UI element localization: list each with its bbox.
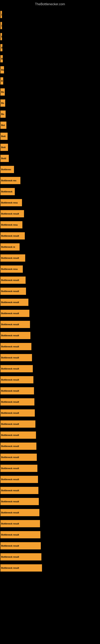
bar-row: Bottleneck result <box>0 418 100 429</box>
bar-row: Bottleneck result <box>0 528 100 539</box>
bar-label: Bottleneck result <box>0 553 41 560</box>
bar-row: Bottleneck result <box>0 285 100 296</box>
bar-row: Bottleneck result <box>0 329 100 340</box>
bar-row: Bottleneck result <box>0 506 100 517</box>
bar-row: Bottleneck res <box>0 174 100 185</box>
bar-label: Bottleneck result <box>0 420 35 428</box>
bar-label: E <box>0 33 2 40</box>
bar-row: Bottleneck result <box>0 307 100 318</box>
bar-label: Bottleneck result <box>0 354 32 361</box>
bar-label: Bottlenec <box>0 166 14 173</box>
bar-row: Bottleneck result <box>0 340 100 351</box>
bar-row: Bottleneck <box>0 185 100 196</box>
bar-row: Bottleneck result <box>0 429 100 440</box>
bar-label: Bottleneck result <box>0 365 33 372</box>
site-title: TheBottlenecker.com <box>0 1 100 8</box>
bar-row: Bottleneck result <box>0 351 100 362</box>
bar-label: Bottleneck result <box>0 509 39 516</box>
bars-container: ||EBBBoBBoBoBoBotBottBottBottlBottlenecB… <box>0 8 100 572</box>
bar-row: Bot <box>0 119 100 130</box>
bar-row: Bottleneck result <box>0 462 100 473</box>
bar-row: Bottleneck resu <box>0 263 100 274</box>
bar-row: Bo <box>0 108 100 119</box>
bar-row: Bottleneck result <box>0 451 100 462</box>
bar-label: Bottleneck resu <box>0 199 22 206</box>
bar-label: Bottleneck re <box>0 243 20 250</box>
bar-row: Bottleneck resu <box>0 218 100 230</box>
bar-row: Bo <box>0 64 100 74</box>
bar-row: E <box>0 30 100 41</box>
bar-row: Bottleneck result <box>0 562 100 572</box>
bar-row: Bottleneck result <box>0 406 100 418</box>
bar-label: B <box>0 55 3 62</box>
bar-label: B <box>0 44 2 51</box>
bar-row: Bottleneck re <box>0 240 100 252</box>
bar-label: Bottleneck result <box>0 387 34 394</box>
bar-label: Bott <box>0 132 8 140</box>
bar-label: Bot <box>0 122 6 129</box>
bar-row: B <box>0 52 100 64</box>
bar-row: Bottleneck result <box>0 373 100 384</box>
bar-label: Bottleneck result <box>0 232 25 240</box>
bar-label: Bottleneck resu <box>0 221 22 228</box>
bar-label: Bo <box>0 100 5 107</box>
bar-row: Bott <box>0 141 100 152</box>
bar-row: Bottleneck result <box>0 473 100 484</box>
bar-row: | <box>0 8 100 19</box>
bar-label: Bottleneck result <box>0 564 42 572</box>
bar-row: Bottleneck result <box>0 495 100 506</box>
bar-label: | <box>0 22 2 29</box>
bar-row: Bottleneck result <box>0 296 100 307</box>
bar-row: Bo <box>0 96 100 108</box>
bar-row: Bottleneck result <box>0 539 100 550</box>
bar-label: Bottleneck resu <box>0 266 23 273</box>
bar-label: Bottleneck result <box>0 520 40 527</box>
bar-label: | <box>0 11 2 18</box>
bar-row: Bott <box>0 130 100 141</box>
bar-label: Bottleneck result <box>0 376 33 384</box>
bar-label: Bottleneck result <box>0 299 28 306</box>
bar-label: Bottleneck result <box>0 531 40 538</box>
bar-label: Bottleneck result <box>0 210 24 217</box>
bar-row: Bottleneck resu <box>0 196 100 207</box>
bar-row: Bottleneck result <box>0 207 100 218</box>
bar-row: B <box>0 74 100 86</box>
bar-label: Bottl <box>0 155 9 162</box>
bar-row: B <box>0 41 100 52</box>
bar-label: Bottleneck res <box>0 177 20 184</box>
bar-label: Bottleneck result <box>0 476 38 483</box>
bar-label: B <box>0 77 3 84</box>
bar-row: | <box>0 19 100 30</box>
bar-label: Bottleneck result <box>0 276 26 284</box>
bar-row: Bottlenec <box>0 163 100 174</box>
bar-label: Bottleneck result <box>0 343 31 350</box>
bar-label: Bottleneck result <box>0 432 36 439</box>
bar-label: Bott <box>0 144 8 151</box>
bar-row: Bottleneck result <box>0 384 100 396</box>
bar-label: Bottleneck result <box>0 398 34 406</box>
bar-row: Bottl <box>0 152 100 163</box>
bar-label: Bo <box>0 66 4 74</box>
bar-row: Bottleneck result <box>0 517 100 528</box>
bar-label: Bottleneck result <box>0 321 30 328</box>
bar-row: Bottleneck result <box>0 396 100 406</box>
bar-row: Bottleneck result <box>0 252 100 263</box>
bar-row: Bottleneck result <box>0 362 100 373</box>
bar-label: Bottleneck result <box>0 254 25 262</box>
bar-row: Bottleneck result <box>0 550 100 562</box>
bar-label: Bottleneck result <box>0 498 39 505</box>
bar-label: Bottleneck result <box>0 332 30 339</box>
bar-label: Bottleneck result <box>0 542 41 550</box>
bar-row: Bo <box>0 86 100 96</box>
bar-label: Bottleneck result <box>0 442 36 450</box>
bar-label: Bottleneck result <box>0 487 38 494</box>
bar-row: Bottleneck result <box>0 484 100 495</box>
bar-label: Bottleneck result <box>0 310 29 317</box>
bar-label: Bottleneck result <box>0 465 37 472</box>
bar-row: Bottleneck result <box>0 274 100 285</box>
bar-row: Bottleneck result <box>0 230 100 240</box>
bar-label: Bo <box>0 88 5 96</box>
bar-row: Bottleneck result <box>0 440 100 451</box>
bar-row: Bottleneck result <box>0 318 100 329</box>
bar-label: Bottleneck result <box>0 409 35 416</box>
